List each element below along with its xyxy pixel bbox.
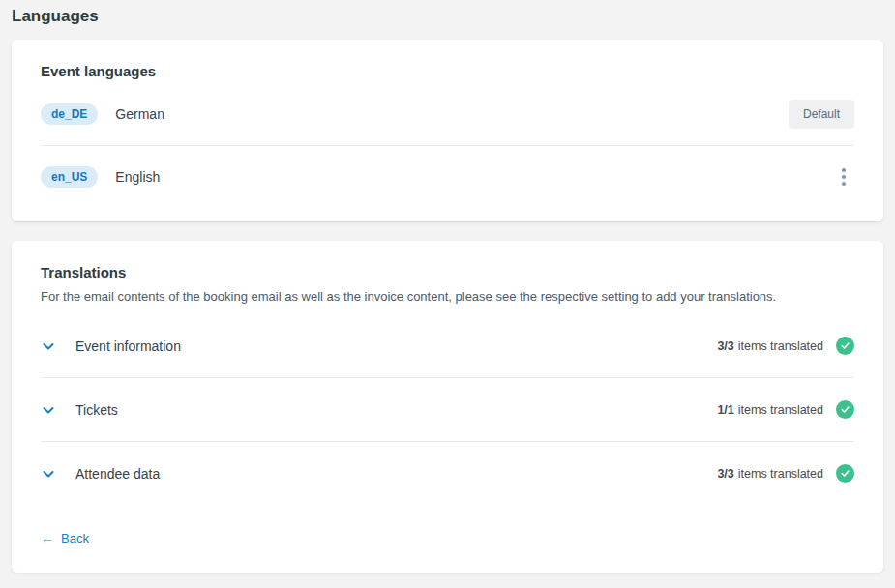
translations-description: For the email contents of the booking em… [41,288,854,305]
page-title: Languages [12,7,883,26]
translation-status: 1/1 items translated [717,400,854,419]
translated-suffix: items translated [738,403,823,417]
translated-count: 1/1 [717,403,733,417]
accordion-row-tickets[interactable]: Tickets 1/1 items translated [41,378,854,441]
translated-suffix: items translated [738,467,823,481]
translated-suffix: items translated [738,339,823,353]
translation-status: 3/3 items translated [717,337,854,355]
language-name: German [115,106,164,122]
chevron-down-icon[interactable] [41,466,56,482]
check-icon [836,337,854,355]
accordion-row-event-information[interactable]: Event information 3/3 items translated [41,314,854,377]
kebab-menu-icon[interactable] [834,162,853,191]
translations-card: Translations For the email contents of t… [12,241,883,573]
check-icon [836,464,854,483]
back-button[interactable]: ← Back [41,531,89,545]
languages-page: Languages Event languages de_DE German D… [0,0,895,573]
language-code-badge: en_US [41,166,98,188]
translated-count: 3/3 [717,339,733,353]
language-code-badge: de_DE [41,103,98,125]
language-name: English [115,169,160,185]
accordion-label: Event information [75,338,181,354]
accordion-label: Tickets [75,402,118,418]
language-row-english: en_US English [41,146,854,208]
translation-status: 3/3 items translated [717,464,854,483]
back-label: Back [61,531,89,545]
accordion-row-attendee-data[interactable]: Attendee data 3/3 items translated [41,442,854,505]
back-arrow-icon: ← [41,532,54,544]
translated-count: 3/3 [717,467,733,481]
check-icon [836,400,854,419]
default-badge: Default [789,100,854,129]
chevron-down-icon[interactable] [41,402,56,418]
language-row-german: de_DE German Default [41,83,854,145]
event-languages-title: Event languages [41,63,854,79]
chevron-down-icon[interactable] [41,338,56,354]
event-languages-card: Event languages de_DE German Default en_… [12,40,883,221]
translations-title: Translations [41,264,854,280]
accordion-label: Attendee data [75,466,160,482]
